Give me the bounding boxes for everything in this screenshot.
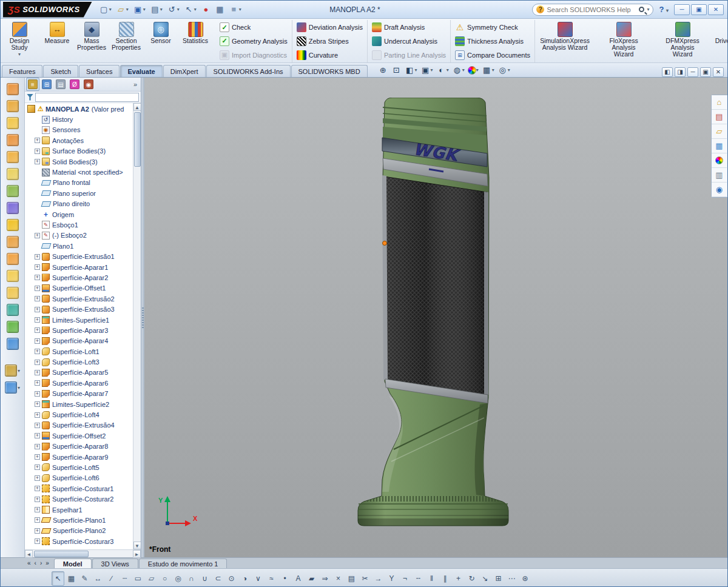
measure-button[interactable]: ↔Measure bbox=[40, 21, 74, 45]
expand-icon[interactable]: + bbox=[35, 444, 40, 449]
tab-dimxpert[interactable]: DimXpert bbox=[163, 65, 206, 77]
rebuild-button[interactable]: ● bbox=[200, 4, 212, 15]
tree-item-limites-superf-cie1[interactable]: +Limites-Superfície1 bbox=[25, 315, 133, 325]
next-tab-button[interactable]: › bbox=[39, 560, 43, 566]
perimeter-circle-button[interactable]: ◎ bbox=[172, 571, 184, 586]
zoom-to-fit-button[interactable]: ⊕ bbox=[377, 64, 389, 76]
new-document-button[interactable]: ▢▾ bbox=[98, 4, 113, 15]
tree-item-plano1[interactable]: Plano1 bbox=[25, 241, 133, 251]
tab-sketch[interactable]: Sketch bbox=[43, 65, 78, 77]
options-button[interactable]: ≡▾ bbox=[228, 4, 243, 15]
solidworks-forum-button[interactable]: ◉ bbox=[712, 183, 727, 197]
view-orientation-button[interactable]: ▣▾ bbox=[419, 64, 434, 76]
tree-item-superf-cie-extrus-o4[interactable]: +Superfície-Extrusão4 bbox=[25, 420, 133, 431]
edit-appearance-button[interactable]: ●▾ bbox=[467, 65, 480, 75]
extruded-surface-button[interactable] bbox=[6, 82, 19, 96]
construction-geometry-button[interactable]: ╌ bbox=[412, 571, 425, 586]
tree-item-solid-bodies-3[interactable]: +Solid Bodies(3) bbox=[25, 156, 133, 167]
tree-item-superf-cie-aparar4[interactable]: +Superfície-Aparar4 bbox=[25, 336, 133, 346]
appearances-scenes-button[interactable] bbox=[712, 153, 727, 168]
print-button[interactable]: ▤▾ bbox=[149, 4, 164, 15]
ruled-surface-button[interactable] bbox=[6, 218, 19, 232]
tree-item-superf-cie-extrus-o3[interactable]: +Superfície-Extrusão3 bbox=[25, 304, 133, 314]
tangent-arc-button[interactable]: ∪ bbox=[198, 571, 211, 586]
expand-icon[interactable]: + bbox=[35, 401, 40, 407]
parting-line-analysis-button[interactable]: Parting Line Analysis bbox=[369, 49, 448, 61]
scale-entities-button[interactable]: ↘ bbox=[479, 571, 491, 586]
scroll-down-icon[interactable]: ▼ bbox=[133, 542, 141, 549]
tab-solidworks-mbd[interactable]: SOLIDWORKS MBD bbox=[291, 65, 368, 77]
expand-icon[interactable]: + bbox=[35, 286, 40, 291]
swept-surface-button[interactable] bbox=[6, 116, 19, 130]
tree-tabs-overflow-icon[interactable]: » bbox=[131, 81, 140, 88]
lofted-surface-button[interactable] bbox=[6, 133, 19, 147]
tree-item-superf-cie-offset1[interactable]: +Superfície-Offset1 bbox=[25, 283, 133, 294]
expand-icon[interactable]: + bbox=[35, 507, 40, 512]
design-library-button[interactable]: ▤ bbox=[712, 110, 727, 124]
tree-item-superf-cie-aparar8[interactable]: +Superfície-Aparar8 bbox=[25, 441, 133, 452]
tree-item-plano-direito[interactable]: Plano direito bbox=[25, 199, 133, 209]
tree-item-superf-cie-aparar6[interactable]: +Superfície-Aparar6 bbox=[25, 378, 133, 388]
centerline-button[interactable]: ┄ bbox=[118, 571, 131, 586]
search-box[interactable]: ? ▾ bbox=[532, 4, 653, 16]
tree-item-espelhar1[interactable]: +Espelhar1 bbox=[25, 505, 133, 515]
expand-icon[interactable]: + bbox=[35, 391, 40, 397]
face-curves-button[interactable]: ▤ bbox=[345, 571, 358, 586]
section-properties-button[interactable]: Section Properties bbox=[109, 21, 143, 52]
tree-item-origem[interactable]: Origem bbox=[25, 209, 133, 220]
linear-sketch-pattern-button[interactable]: ⋯ bbox=[505, 571, 518, 586]
extend-surface-button[interactable] bbox=[6, 269, 19, 283]
expand-icon[interactable]: + bbox=[35, 517, 40, 523]
tree-item-superf-cie-loft3[interactable]: +Superfície-Loft3 bbox=[25, 357, 133, 367]
tree-item-superf-cie-aparar2[interactable]: +Superfície-Aparar2 bbox=[25, 272, 133, 283]
tree-item-superf-cie-loft1[interactable]: +Superfície-Loft1 bbox=[25, 346, 133, 357]
grid-system-button[interactable]: ▦ bbox=[65, 571, 78, 586]
reference-geometry-button[interactable]: ▾ bbox=[4, 364, 21, 377]
expand-icon[interactable]: + bbox=[35, 412, 40, 418]
model-grip[interactable]: WGK bbox=[357, 98, 509, 526]
expand-icon[interactable]: + bbox=[35, 380, 40, 386]
tree-item-superf-cie-aparar7[interactable]: +Superfície-Aparar7 bbox=[25, 389, 133, 399]
compare-documents-button[interactable]: ⊞Compare Documents bbox=[453, 49, 533, 61]
tab-features[interactable]: Features bbox=[2, 65, 42, 77]
floxpress-analysis-wizard-button[interactable]: FloXpress Analysis Wizard bbox=[595, 21, 653, 59]
tree-item-sensores[interactable]: Sensores bbox=[25, 125, 133, 135]
import-diagnostics-button[interactable]: ▣Import Diagnostics bbox=[217, 49, 290, 61]
expand-icon[interactable]: + bbox=[35, 486, 40, 491]
view-palette-button[interactable]: ▦ bbox=[712, 139, 727, 153]
tree-filter-input[interactable] bbox=[35, 93, 139, 102]
deviation-analysis-button[interactable]: Deviation Analysis bbox=[294, 21, 365, 34]
expand-icon[interactable]: + bbox=[35, 497, 40, 502]
copy-entities-button[interactable]: ⊞ bbox=[492, 571, 505, 586]
propertymanager-tab[interactable]: ⊞ bbox=[40, 78, 53, 91]
knit-surface-button[interactable] bbox=[6, 320, 19, 334]
view-settings-button[interactable]: ◎▾ bbox=[496, 64, 511, 76]
smart-dimension-button[interactable]: ↔ bbox=[92, 571, 104, 586]
expand-icon[interactable]: + bbox=[35, 159, 40, 164]
point-button[interactable]: • bbox=[278, 571, 291, 586]
model-tab-model[interactable]: Model bbox=[54, 558, 92, 568]
tree-item-superf-cie-costurar2[interactable]: +Superfície-Costurar2 bbox=[25, 494, 133, 504]
tree-item-surface-bodies-3[interactable]: +Surface Bodies(3) bbox=[25, 146, 133, 156]
tree-item-superf-cie-extrus-o1[interactable]: +Superfície-Extrusão1 bbox=[25, 251, 133, 261]
tree-item-superf-cie-aparar5[interactable]: +Superfície-Aparar5 bbox=[25, 367, 133, 378]
delete-face-button[interactable] bbox=[6, 235, 19, 249]
curves-button[interactable]: ▾ bbox=[4, 381, 21, 394]
expand-icon[interactable]: + bbox=[35, 327, 40, 333]
select-button[interactable]: ↖▾ bbox=[183, 4, 198, 15]
prev-tab-button[interactable]: ‹ bbox=[33, 560, 38, 566]
parabola-button[interactable]: ∨ bbox=[252, 571, 265, 586]
expand-icon[interactable]: + bbox=[35, 307, 40, 312]
expand-icon[interactable]: + bbox=[35, 338, 40, 344]
configurationmanager-tab[interactable]: ▤ bbox=[54, 78, 67, 91]
offset-surface-button[interactable] bbox=[6, 201, 19, 215]
zoom-to-area-button[interactable]: ⊡ bbox=[390, 64, 403, 76]
dynamic-mirror-button[interactable]: ∥ bbox=[439, 571, 451, 586]
featuremanager-design-tree-tab[interactable]: ≡ bbox=[26, 78, 39, 91]
extend-entities-button[interactable]: → bbox=[372, 571, 385, 586]
curvature-button[interactable]: Curvature bbox=[294, 49, 365, 61]
expand-icon[interactable]: + bbox=[35, 370, 40, 375]
replace-face-button[interactable] bbox=[6, 252, 19, 266]
expand-icon[interactable]: + bbox=[35, 528, 40, 534]
mass-properties-button[interactable]: ◆Mass Properties bbox=[75, 21, 109, 52]
